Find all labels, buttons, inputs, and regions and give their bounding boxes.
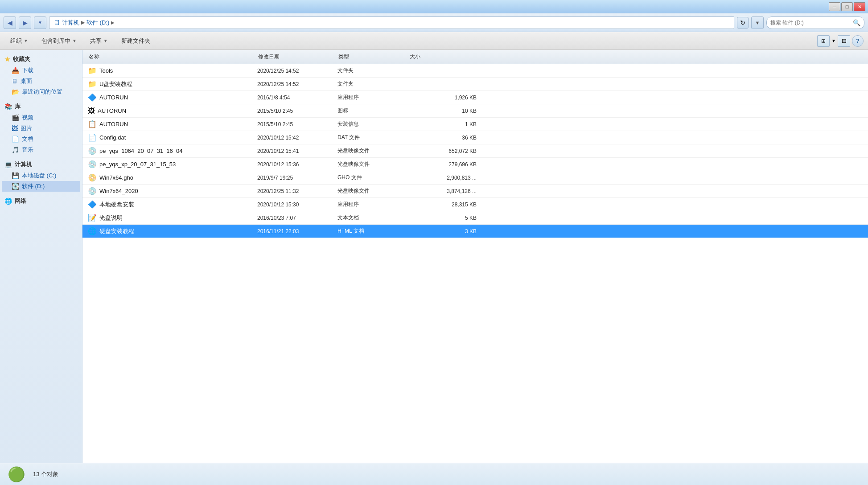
file-icon: 📀 xyxy=(88,173,97,182)
sidebar-item-d-drive[interactable]: 💽 软件 (D:) xyxy=(2,181,80,192)
minimize-button[interactable]: ─ xyxy=(829,2,840,11)
sidebar-recent-label: 最近访问的位置 xyxy=(22,88,62,96)
sidebar-item-desktop[interactable]: 🖥 桌面 xyxy=(2,76,80,86)
sidebar-item-recent[interactable]: 📂 最近访问的位置 xyxy=(2,86,80,97)
organize-button[interactable]: 组织 ▼ xyxy=(4,34,34,48)
include-library-button[interactable]: 包含到库中 ▼ xyxy=(36,34,82,48)
file-list: 📁 Tools 2020/12/25 14:52 文件夹 📁 U盘安装教程 20… xyxy=(82,64,868,238)
sidebar-section-favorites: ★ 收藏夹 📥 下载 🖥 桌面 📂 最近访问的位置 xyxy=(2,53,80,97)
breadcrumb[interactable]: 🖥 计算机 ▶ 软件 (D:) ▶ xyxy=(49,16,734,29)
table-row[interactable]: 💿 Win7x64_2020 2020/12/25 11:32 光盘映像文件 3… xyxy=(82,185,868,198)
table-row[interactable]: 🔷 本地硬盘安装 2020/10/12 15:30 应用程序 28,315 KB xyxy=(82,198,868,211)
status-bar: 🟢 13 个对象 xyxy=(0,463,868,485)
library-icon: 📚 xyxy=(4,103,12,110)
table-row[interactable]: 📁 Tools 2020/12/25 14:52 文件夹 xyxy=(82,64,868,78)
search-icon[interactable]: 🔍 xyxy=(853,19,860,26)
new-folder-button[interactable]: 新建文件夹 xyxy=(115,34,156,48)
sidebar-section-library: 📚 库 🎬 视频 🖼 图片 📄 文档 🎵 音乐 xyxy=(2,101,80,155)
network-icon: 🌐 xyxy=(4,197,12,205)
col-header-name[interactable]: 名称 xyxy=(86,53,255,61)
table-row[interactable]: 💿 pe_yqs_1064_20_07_31_16_04 2020/10/12 … xyxy=(82,144,868,158)
maximize-button[interactable]: □ xyxy=(841,2,853,11)
sidebar-section-computer: 💻 计算机 💾 本地磁盘 (C:) 💽 软件 (D:) xyxy=(2,159,80,192)
sidebar-item-downloads[interactable]: 📥 下载 xyxy=(2,65,80,76)
file-name-text: pe_yqs_xp_20_07_31_15_53 xyxy=(99,161,176,168)
close-button[interactable]: ✕ xyxy=(854,2,865,11)
recent-button[interactable]: ▼ xyxy=(34,16,46,29)
file-size: 28,315 KB xyxy=(407,201,478,208)
breadcrumb-drive[interactable]: 软件 (D:) xyxy=(86,19,109,27)
col-header-type[interactable]: 类型 xyxy=(336,53,407,61)
table-row[interactable]: 🌐 硬盘安装教程 2016/11/21 22:03 HTML 文档 3 KB xyxy=(82,225,868,238)
table-row[interactable]: 🔷 AUTORUN 2016/1/8 4:54 应用程序 1,926 KB xyxy=(82,91,868,104)
breadcrumb-computer[interactable]: 计算机 xyxy=(62,19,79,27)
star-icon: ★ xyxy=(4,56,10,63)
window-controls: ─ □ ✕ xyxy=(829,2,865,11)
view-layout-button[interactable]: ⊟ xyxy=(838,35,850,47)
search-input[interactable] xyxy=(770,20,851,26)
breadcrumb-dropdown[interactable]: ▶ xyxy=(111,20,115,25)
sidebar-item-videos[interactable]: 🎬 视频 xyxy=(2,112,80,123)
file-icon: 📝 xyxy=(88,214,97,222)
pictures-icon: 🖼 xyxy=(12,125,18,132)
address-bar: ◀ ▶ ▼ 🖥 计算机 ▶ 软件 (D:) ▶ ↻ ▼ 🔍 xyxy=(0,13,868,32)
desktop-icon: 🖥 xyxy=(12,78,18,85)
file-icon: 📁 xyxy=(88,80,97,88)
recent-icon: 📂 xyxy=(12,88,19,95)
search-box[interactable]: 🔍 xyxy=(766,16,864,29)
file-name-text: AUTORUN xyxy=(98,107,126,114)
table-row[interactable]: 💿 pe_yqs_xp_20_07_31_15_53 2020/10/12 15… xyxy=(82,158,868,171)
sidebar-section-network: 🌐 网络 xyxy=(2,195,80,207)
share-button[interactable]: 共享 ▼ xyxy=(84,34,114,48)
col-header-date[interactable]: 修改日期 xyxy=(255,53,336,61)
table-row[interactable]: 📀 Win7x64.gho 2019/9/7 19:25 GHO 文件 2,90… xyxy=(82,171,868,185)
new-folder-label: 新建文件夹 xyxy=(121,37,150,45)
file-name-text: 本地硬盘安装 xyxy=(99,201,134,209)
sidebar-network-label: 网络 xyxy=(15,197,26,205)
file-name-text: U盘安装教程 xyxy=(99,80,132,88)
table-row[interactable]: 🖼 AUTORUN 2015/5/10 2:45 图标 10 KB xyxy=(82,104,868,118)
sidebar-desktop-label: 桌面 xyxy=(21,77,32,85)
video-icon: 🎬 xyxy=(12,114,19,121)
help-button[interactable]: ? xyxy=(852,35,864,47)
sidebar-header-network[interactable]: 🌐 网络 xyxy=(2,195,80,207)
file-date: 2020/12/25 14:52 xyxy=(255,81,336,87)
back-button[interactable]: ◀ xyxy=(4,16,16,29)
file-date: 2020/10/12 15:42 xyxy=(255,135,336,141)
file-type: GHO 文件 xyxy=(336,174,407,181)
file-icon: 💿 xyxy=(88,160,97,169)
sidebar-downloads-label: 下载 xyxy=(22,66,33,74)
computer-icon: 💻 xyxy=(4,161,12,168)
refresh-button[interactable]: ↻ xyxy=(737,17,749,29)
file-size: 3,874,126 ... xyxy=(407,188,478,194)
dropdown-button[interactable]: ▼ xyxy=(751,16,764,29)
sidebar-item-documents[interactable]: 📄 文档 xyxy=(2,134,80,144)
sidebar-pictures-label: 图片 xyxy=(21,124,32,132)
sidebar-item-music[interactable]: 🎵 音乐 xyxy=(2,144,80,155)
table-row[interactable]: 📝 光盘说明 2016/10/23 7:07 文本文档 5 KB xyxy=(82,211,868,225)
file-icon: 🌐 xyxy=(88,227,97,235)
file-date: 2016/11/21 22:03 xyxy=(255,228,336,234)
file-type: 应用程序 xyxy=(336,94,407,101)
table-row[interactable]: 📋 AUTORUN 2015/5/10 2:45 安装信息 1 KB xyxy=(82,118,868,131)
file-name-text: Config.dat xyxy=(99,134,126,141)
forward-button[interactable]: ▶ xyxy=(19,16,31,29)
table-row[interactable]: 📄 Config.dat 2020/10/12 15:42 DAT 文件 36 … xyxy=(82,131,868,144)
sidebar-c-drive-label: 本地磁盘 (C:) xyxy=(22,172,56,180)
sidebar-item-c-drive[interactable]: 💾 本地磁盘 (C:) xyxy=(2,170,80,181)
status-count: 13 个对象 xyxy=(33,470,58,478)
view-options-button[interactable]: ⊞ xyxy=(817,35,830,47)
sidebar-item-pictures[interactable]: 🖼 图片 xyxy=(2,123,80,134)
breadcrumb-separator-1: ▶ xyxy=(81,20,85,25)
view-dropdown-icon[interactable]: ▼ xyxy=(831,38,836,43)
table-row[interactable]: 📁 U盘安装教程 2020/12/25 14:52 文件夹 xyxy=(82,78,868,91)
file-size: 1 KB xyxy=(407,121,478,127)
col-header-size[interactable]: 大小 xyxy=(407,53,478,61)
sidebar-header-library[interactable]: 📚 库 xyxy=(2,101,80,112)
file-icon: 🔷 xyxy=(88,200,97,209)
file-type: 文本文档 xyxy=(336,214,407,222)
download-icon: 📥 xyxy=(12,67,19,74)
sidebar-header-favorites[interactable]: ★ 收藏夹 xyxy=(2,53,80,65)
toolbar: 组织 ▼ 包含到库中 ▼ 共享 ▼ 新建文件夹 ⊞ ▼ ⊟ ? xyxy=(0,32,868,50)
sidebar-header-computer[interactable]: 💻 计算机 xyxy=(2,159,80,170)
